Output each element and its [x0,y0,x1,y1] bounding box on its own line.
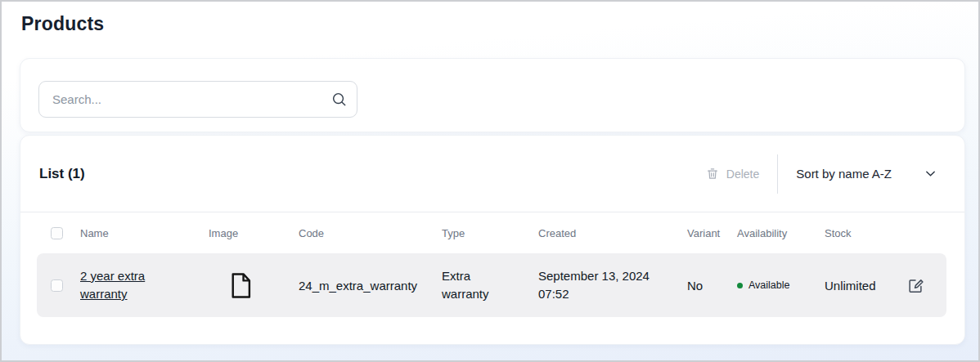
table-row: 2 year extra warranty 24_m_extra_warrant… [37,253,946,317]
cell-availability: Available [737,279,825,291]
select-all-checkbox[interactable] [51,227,63,239]
col-header-image: Image [209,227,299,239]
search-input[interactable] [38,81,357,118]
trash-icon [706,167,719,181]
col-header-type: Type [442,227,538,239]
edit-icon [906,276,924,294]
cell-stock: Unlimited [825,279,906,293]
col-header-created: Created [538,227,687,239]
list-card: List (1) Delete Sort by name A-Z [20,135,965,345]
file-icon [230,272,252,299]
search-icon[interactable] [331,92,347,107]
toolbar-actions: Delete Sort by name A-Z [706,154,943,194]
cell-actions [906,276,933,294]
cell-name: 2 year extra warranty [80,267,209,304]
col-header-name: Name [80,227,209,239]
list-toolbar: List (1) Delete Sort by name A-Z [20,136,964,212]
page-title: Products [21,13,104,35]
cell-image [209,272,299,299]
products-page: Products List (1) [0,0,980,362]
cell-type: Extra warranty [442,267,512,304]
edit-button[interactable] [906,276,924,294]
delete-label: Delete [726,168,759,181]
col-header-stock: Stock [825,227,906,239]
col-header-availability: Availability [737,227,825,239]
col-header-code: Code [299,227,442,239]
chevron-down-icon [924,168,937,180]
toolbar-divider [777,154,778,194]
availability-dot-icon [737,283,743,288]
list-title: List (1) [39,166,85,182]
col-header-variant: Variant [687,227,737,239]
sort-label: Sort by name A-Z [796,167,892,181]
cell-created: September 13, 2024 07:52 [538,267,673,304]
delete-button[interactable]: Delete [706,167,759,181]
availability-label: Available [748,279,790,291]
cell-variant: No [687,279,737,293]
cell-code: 24_m_extra_warranty [299,279,442,293]
sort-dropdown[interactable]: Sort by name A-Z [796,167,943,181]
table-header-row: Name Image Code Type Created Variant Ava… [37,212,946,253]
search-field-wrap [38,81,357,118]
product-name-link[interactable]: 2 year extra warranty [80,267,169,304]
search-card [20,58,965,132]
row-checkbox[interactable] [51,279,63,292]
